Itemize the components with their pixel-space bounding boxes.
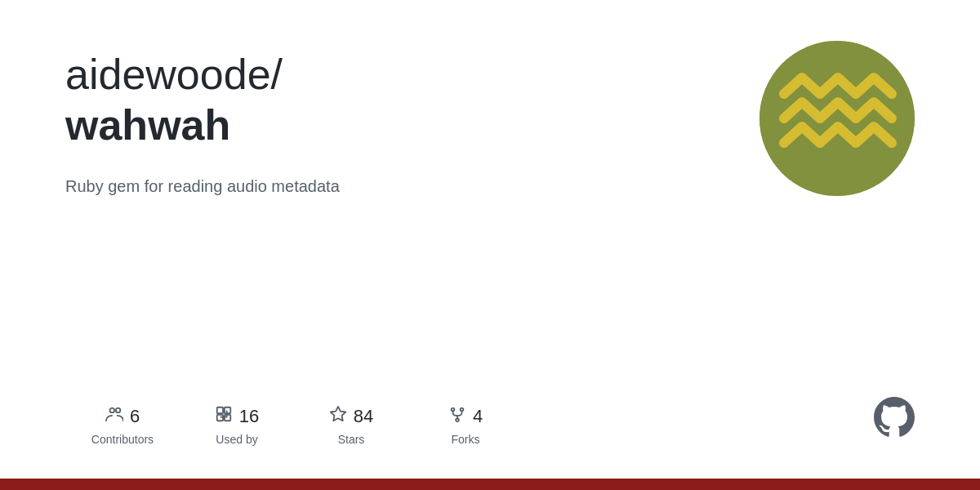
stars-count: 84 [354,406,373,427]
stars-icon [329,405,347,428]
used-by-icon [215,405,233,428]
main-content: aidewoode/ wahwah Ruby gem for reading a… [0,0,980,479]
repo-title-block: aidewoode/ wahwah Ruby gem for reading a… [65,49,760,196]
repo-description: Ruby gem for reading audio metadata [65,177,760,196]
repo-owner[interactable]: aidewoode/ [65,51,283,98]
svg-point-1 [116,408,121,413]
used-by-count: 16 [239,406,259,427]
svg-point-13 [760,41,915,196]
stat-top-used-by: 16 [215,405,259,428]
svg-point-0 [109,408,114,413]
forks-count: 4 [473,406,483,427]
stat-top-stars: 84 [329,405,373,428]
contributors-count: 6 [130,406,140,427]
repo-name[interactable]: wahwah [65,101,230,149]
github-link[interactable] [874,397,915,438]
bottom-bar [0,479,980,490]
right-section [760,49,915,446]
contributors-icon [105,405,123,428]
contributors-label: Contributors [91,433,154,446]
stat-top-contributors: 6 [105,405,140,428]
stars-label: Stars [338,433,365,446]
stat-forks[interactable]: 4 Forks [408,405,523,446]
repo-title: aidewoode/ wahwah [65,49,760,151]
svg-marker-6 [331,407,345,421]
forks-icon [448,405,466,428]
used-by-label: Used by [216,433,257,446]
stat-stars[interactable]: 84 Stars [294,405,408,446]
left-section: aidewoode/ wahwah Ruby gem for reading a… [65,49,760,446]
repo-avatar [760,41,915,196]
svg-rect-2 [217,408,223,413]
stat-contributors[interactable]: 6 Contributors [65,405,180,446]
stat-top-forks: 4 [448,405,483,428]
stats-row: 6 Contributors 16 [65,372,760,446]
forks-label: Forks [452,433,480,446]
stat-used-by[interactable]: 16 Used by [180,405,294,446]
